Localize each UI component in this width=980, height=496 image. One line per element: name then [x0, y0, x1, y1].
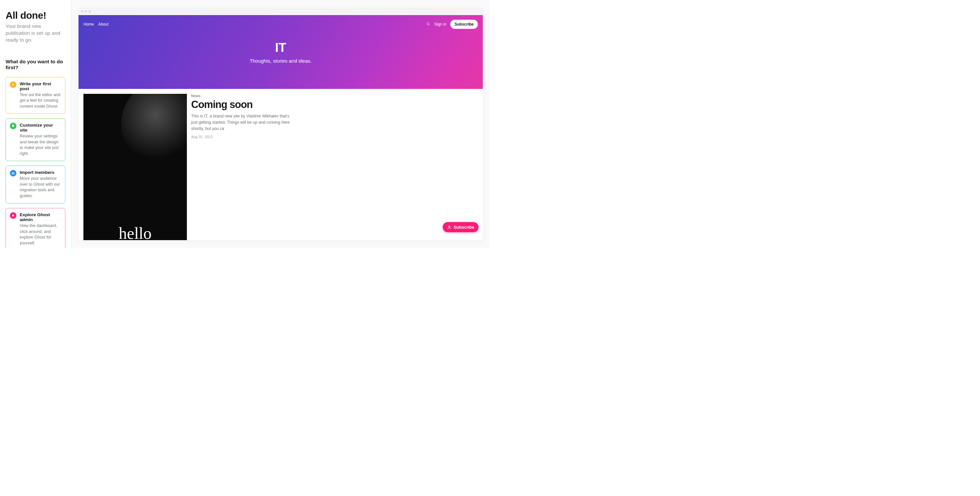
card-import-members[interactable]: Import members Move your audience over t…: [6, 166, 65, 203]
subhead: Your brand new publication is set up and…: [6, 23, 65, 44]
card-explore-admin[interactable]: Explore Ghost admin View the dashboard, …: [6, 208, 65, 248]
card-write-post[interactable]: Write your first post Test out the edito…: [6, 77, 65, 114]
preview-area: Home About Sign in Subscribe IT Thoughts…: [71, 0, 490, 248]
card-desc: Review your settings and tweak the desig…: [20, 133, 61, 157]
hero-nav: Home About Sign in Subscribe: [78, 15, 483, 29]
card-title: Write your first post: [20, 81, 61, 91]
users-icon: [10, 170, 16, 176]
search-icon[interactable]: [426, 21, 430, 27]
headline: All done!: [6, 10, 65, 21]
edit-icon: [10, 81, 16, 88]
site-title: IT: [78, 41, 483, 55]
post-excerpt: This is IT, a brand new site by Vladimir…: [191, 113, 296, 132]
post-date: Aug 31, 2023: [191, 135, 478, 139]
browser-mockup: Home About Sign in Subscribe IT Thoughts…: [78, 8, 483, 240]
subscribe-button[interactable]: Subscribe: [450, 20, 478, 29]
window-dot: [81, 11, 83, 13]
window-dot: [85, 11, 87, 13]
svg-point-0: [427, 23, 429, 25]
subscribe-fab-label: Subscribe: [453, 225, 474, 230]
home-icon: [10, 212, 16, 219]
signin-link[interactable]: Sign in: [434, 22, 446, 27]
post-title[interactable]: Coming soon: [191, 99, 478, 111]
featured-post: hello News Coming soon This is IT, a bra…: [78, 89, 483, 240]
post-image-text: hello: [119, 224, 152, 240]
card-title: Import members: [20, 170, 61, 175]
post-tag: News: [191, 94, 478, 98]
onboarding-sidebar: All done! Your brand new publication is …: [0, 0, 71, 248]
user-icon: [447, 225, 452, 230]
nav-about[interactable]: About: [98, 22, 108, 27]
nav-home[interactable]: Home: [83, 22, 94, 27]
card-title: Customize your site: [20, 123, 61, 133]
card-desc: Test out the editor and get a feel for c…: [20, 92, 61, 109]
svg-point-2: [449, 226, 450, 227]
window-dot: [89, 11, 91, 13]
card-desc: View the dashboard, click around, and ex…: [20, 223, 61, 246]
subscribe-fab[interactable]: Subscribe: [443, 222, 479, 232]
card-title: Explore Ghost admin: [20, 212, 61, 222]
card-customize-site[interactable]: Customize your site Review your settings…: [6, 119, 65, 161]
hero: Home About Sign in Subscribe IT Thoughts…: [78, 15, 483, 89]
svg-line-1: [429, 25, 430, 25]
post-image: hello: [83, 94, 187, 240]
card-desc: Move your audience over to Ghost with ou…: [20, 176, 61, 199]
site-tagline: Thoughts, stories and ideas.: [78, 58, 483, 63]
window-chrome: [78, 8, 483, 15]
palette-icon: [10, 123, 16, 129]
question: What do you want to do first?: [6, 59, 65, 71]
